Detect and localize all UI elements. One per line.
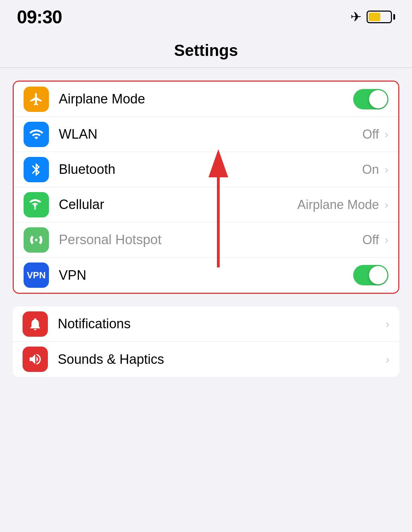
airplane-mode-status-icon: ✈ <box>350 9 362 25</box>
personal-hotspot-label: Personal Hotspot <box>59 232 362 247</box>
page-title-container: Settings <box>0 31 412 68</box>
notifications-label: Notifications <box>58 316 384 331</box>
settings-row-wlan[interactable]: WLAN Off › <box>14 117 398 152</box>
battery-body <box>367 11 392 23</box>
wlan-label: WLAN <box>59 127 362 142</box>
battery-fill <box>369 13 380 21</box>
status-bar: 09:30 ✈ <box>0 0 412 31</box>
notifications-icon <box>23 311 48 337</box>
vpn-text-label: VPN <box>27 270 45 281</box>
wlan-value: Off <box>362 127 379 142</box>
svg-point-0 <box>34 204 36 207</box>
cellular-chevron: › <box>385 198 388 211</box>
cellular-label: Cellular <box>59 197 297 212</box>
personal-hotspot-chevron: › <box>385 233 388 246</box>
settings-group-system: Notifications › Sounds & Haptics › <box>13 306 399 377</box>
bluetooth-chevron: › <box>385 163 388 176</box>
personal-hotspot-value: Off <box>362 233 379 247</box>
airplane-mode-toggle[interactable] <box>353 89 388 109</box>
sounds-haptics-label: Sounds & Haptics <box>58 352 384 367</box>
battery-indicator <box>367 11 395 23</box>
settings-row-vpn[interactable]: VPN VPN <box>14 258 398 293</box>
bluetooth-value: On <box>362 162 379 177</box>
airplane-mode-label: Airplane Mode <box>59 91 353 107</box>
bluetooth-icon <box>24 157 49 182</box>
settings-row-cellular[interactable]: Cellular Airplane Mode › <box>14 187 398 222</box>
settings-row-sounds-haptics[interactable]: Sounds & Haptics › <box>13 342 399 377</box>
settings-group-connectivity: Airplane Mode WLAN Off › Bluetooth On › <box>13 81 399 294</box>
personal-hotspot-icon <box>24 227 49 253</box>
vpn-icon: VPN <box>24 262 49 288</box>
status-time: 09:30 <box>17 6 62 27</box>
status-icons: ✈ <box>350 9 395 25</box>
sounds-haptics-chevron: › <box>386 353 389 366</box>
settings-row-personal-hotspot[interactable]: Personal Hotspot Off › <box>14 222 398 258</box>
sounds-haptics-icon <box>23 347 48 372</box>
settings-row-notifications[interactable]: Notifications › <box>13 306 399 342</box>
airplane-mode-icon <box>24 87 49 112</box>
svg-rect-1 <box>35 207 36 210</box>
wlan-chevron: › <box>385 128 388 141</box>
battery-tip <box>393 14 395 20</box>
vpn-toggle-knob <box>369 266 387 284</box>
vpn-toggle[interactable] <box>353 265 388 285</box>
settings-row-bluetooth[interactable]: Bluetooth On › <box>14 152 398 187</box>
notifications-chevron: › <box>386 317 389 330</box>
cellular-icon <box>24 192 49 217</box>
settings-row-airplane-mode[interactable]: Airplane Mode <box>14 82 398 117</box>
page-title: Settings <box>0 41 412 60</box>
bluetooth-label: Bluetooth <box>59 162 362 177</box>
airplane-mode-toggle-knob <box>369 90 387 108</box>
wlan-icon <box>24 122 49 147</box>
cellular-value: Airplane Mode <box>297 197 379 212</box>
vpn-label: VPN <box>59 268 353 283</box>
